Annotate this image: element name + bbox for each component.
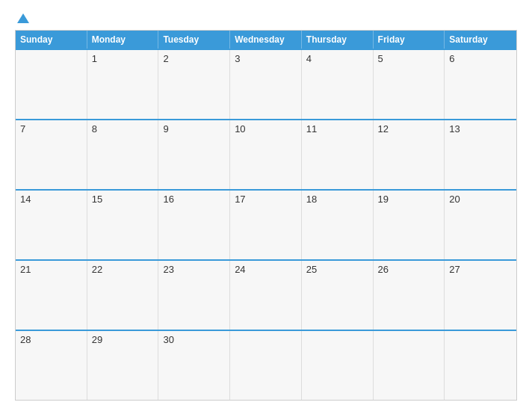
cal-cell: 26: [374, 261, 445, 330]
cal-cell: [374, 331, 445, 400]
cal-cell: [230, 331, 302, 400]
day-number: 26: [378, 264, 389, 275]
week-row-2: 78910111213: [16, 119, 516, 189]
week-row-5: 282930: [16, 330, 516, 400]
day-number: 19: [378, 194, 389, 205]
cal-cell: 14: [16, 191, 87, 259]
calendar-body: 1234567891011121314151617181920212223242…: [16, 49, 516, 400]
day-number: 9: [163, 123, 168, 135]
calendar-header-row: SundayMondayTuesdayWednesdayThursdayFrid…: [16, 31, 516, 49]
cal-cell: 16: [158, 191, 230, 259]
cal-cell: 29: [87, 331, 159, 400]
day-number: 17: [235, 194, 245, 205]
cal-cell: 2: [158, 50, 230, 119]
cal-cell: 4: [302, 50, 374, 119]
cal-cell: [445, 331, 516, 400]
day-number: 12: [378, 123, 389, 135]
header-saturday: Saturday: [445, 31, 516, 49]
cal-cell: 12: [374, 120, 445, 189]
day-number: 8: [92, 123, 97, 135]
cal-cell: 7: [16, 120, 87, 189]
cal-cell: 30: [158, 331, 230, 400]
day-number: 18: [306, 194, 317, 205]
cal-cell: 20: [445, 191, 516, 259]
cal-cell: [302, 331, 374, 400]
cal-cell: 3: [230, 50, 302, 119]
day-number: 27: [449, 264, 460, 275]
cal-cell: 5: [374, 50, 445, 119]
day-number: 25: [306, 264, 317, 275]
header-thursday: Thursday: [302, 31, 374, 49]
cal-cell: 11: [302, 120, 374, 189]
header-sunday: Sunday: [16, 31, 87, 49]
day-number: 1: [92, 53, 97, 64]
calendar-grid: SundayMondayTuesdayWednesdayThursdayFrid…: [15, 30, 517, 401]
cal-cell: 27: [445, 261, 516, 330]
logo: [15, 13, 29, 24]
header-wednesday: Wednesday: [230, 31, 302, 49]
day-number: 3: [235, 53, 240, 64]
header-friday: Friday: [374, 31, 445, 49]
day-number: 13: [449, 123, 460, 135]
logo-general: [15, 13, 29, 24]
day-number: 22: [92, 264, 102, 275]
week-row-1: 123456: [16, 49, 516, 119]
logo-triangle-icon: [17, 13, 29, 23]
header-tuesday: Tuesday: [158, 31, 230, 49]
day-number: 6: [449, 53, 454, 64]
day-number: 21: [20, 264, 31, 275]
cal-cell: 19: [374, 191, 445, 259]
week-row-4: 21222324252627: [16, 259, 516, 330]
week-row-3: 14151617181920: [16, 189, 516, 259]
day-number: 11: [306, 123, 317, 135]
cal-cell: 22: [87, 261, 159, 330]
day-number: 16: [163, 194, 173, 205]
cal-cell: 1: [87, 50, 159, 119]
cal-cell: 21: [16, 261, 87, 330]
day-number: 2: [163, 53, 168, 64]
day-number: 29: [92, 334, 102, 345]
day-number: 24: [235, 264, 245, 275]
day-number: 5: [378, 53, 383, 64]
day-number: 28: [20, 334, 31, 345]
cal-cell: 9: [158, 120, 230, 189]
cal-cell: 18: [302, 191, 374, 259]
day-number: 4: [306, 53, 312, 64]
cal-cell: [16, 50, 87, 119]
cal-cell: 15: [87, 191, 159, 259]
page-header: [15, 13, 517, 24]
cal-cell: 17: [230, 191, 302, 259]
header-monday: Monday: [87, 31, 159, 49]
cal-cell: 25: [302, 261, 374, 330]
day-number: 20: [449, 194, 460, 205]
cal-cell: 8: [87, 120, 159, 189]
cal-cell: 10: [230, 120, 302, 189]
day-number: 14: [20, 194, 31, 205]
cal-cell: 24: [230, 261, 302, 330]
cal-cell: 28: [16, 331, 87, 400]
cal-cell: 6: [445, 50, 516, 119]
calendar-page: SundayMondayTuesdayWednesdayThursdayFrid…: [0, 0, 532, 411]
cal-cell: 23: [158, 261, 230, 330]
region-label: [450, 13, 517, 16]
day-number: 30: [163, 334, 173, 345]
day-number: 10: [235, 123, 245, 135]
day-number: 23: [163, 264, 173, 275]
cal-cell: 13: [445, 120, 516, 189]
day-number: 7: [20, 123, 25, 135]
day-number: 15: [92, 194, 102, 205]
